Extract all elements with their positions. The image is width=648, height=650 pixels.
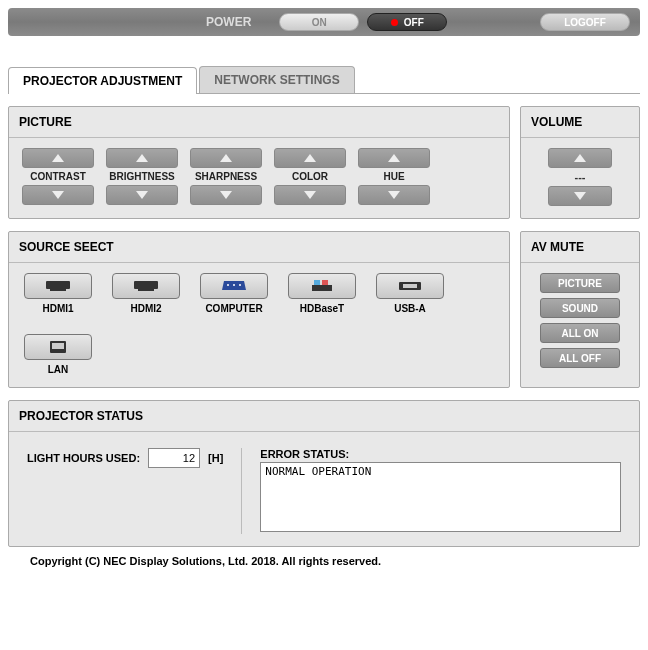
svg-rect-19 xyxy=(312,285,332,291)
svg-point-18 xyxy=(239,284,241,286)
hue-label: HUE xyxy=(383,171,404,182)
source-title: SOURCE SEECT xyxy=(19,240,499,254)
source-lan-label: LAN xyxy=(48,364,69,375)
error-status-text[interactable] xyxy=(260,462,621,532)
source-select-panel: SOURCE SEECT HDMI1 HDMI2 xyxy=(8,231,510,388)
power-off-button[interactable]: OFF xyxy=(367,13,447,31)
sharpness-down-button[interactable] xyxy=(190,185,262,205)
svg-marker-6 xyxy=(304,154,316,162)
contrast-up-button[interactable] xyxy=(22,148,94,168)
source-hdmi1-label: HDMI1 xyxy=(42,303,73,314)
svg-rect-23 xyxy=(403,284,417,288)
source-computer-label: COMPUTER xyxy=(205,303,262,314)
av-mute-title: AV MUTE xyxy=(531,240,629,254)
source-hdmi1-button[interactable] xyxy=(24,273,92,299)
tab-projector-adjustment[interactable]: PROJECTOR ADJUSTMENT xyxy=(8,67,197,94)
light-hours-label: LIGHT HOURS USED: xyxy=(27,452,140,464)
svg-marker-11 xyxy=(574,192,586,200)
source-hdmi2-button[interactable] xyxy=(112,273,180,299)
brightness-label: BRIGHTNESS xyxy=(109,171,175,182)
projector-status-panel: PROJECTOR STATUS LIGHT HOURS USED: [H] E… xyxy=(8,400,640,547)
volume-panel: VOLUME --- xyxy=(520,106,640,219)
hue-up-button[interactable] xyxy=(358,148,430,168)
brightness-up-button[interactable] xyxy=(106,148,178,168)
volume-down-button[interactable] xyxy=(548,186,612,206)
source-hdmi2-label: HDMI2 xyxy=(130,303,161,314)
source-hdbaset-button[interactable] xyxy=(288,273,356,299)
mute-picture-button[interactable]: PICTURE xyxy=(540,273,620,293)
source-computer-button[interactable] xyxy=(200,273,268,299)
av-mute-panel: AV MUTE PICTURE SOUND ALL ON ALL OFF xyxy=(520,231,640,388)
svg-rect-21 xyxy=(322,280,328,285)
top-bar: POWER ON OFF LOGOFF xyxy=(8,8,640,36)
brightness-down-button[interactable] xyxy=(106,185,178,205)
color-up-button[interactable] xyxy=(274,148,346,168)
source-usba-button[interactable] xyxy=(376,273,444,299)
volume-title: VOLUME xyxy=(531,115,629,129)
svg-marker-9 xyxy=(388,191,400,199)
logoff-button[interactable]: LOGOFF xyxy=(540,13,630,31)
lan-icon xyxy=(48,339,68,355)
vga-icon xyxy=(220,280,248,292)
source-lan-button[interactable] xyxy=(24,334,92,360)
mute-all-off-button[interactable]: ALL OFF xyxy=(540,348,620,368)
sharpness-up-button[interactable] xyxy=(190,148,262,168)
svg-marker-10 xyxy=(574,154,586,162)
tab-bar: PROJECTOR ADJUSTMENT NETWORK SETTINGS xyxy=(8,66,640,94)
color-label: COLOR xyxy=(292,171,328,182)
volume-up-button[interactable] xyxy=(548,148,612,168)
svg-marker-7 xyxy=(304,191,316,199)
copyright-text: Copyright (C) NEC Display Solutions, Ltd… xyxy=(30,555,648,567)
svg-rect-15 xyxy=(138,289,154,291)
light-hours-unit: [H] xyxy=(208,452,223,464)
picture-title: PICTURE xyxy=(19,115,499,129)
picture-panel: PICTURE CONTRAST BRIGHTNESS SHARPNESS xyxy=(8,106,510,219)
mute-sound-button[interactable]: SOUND xyxy=(540,298,620,318)
hdmi-icon xyxy=(132,280,160,292)
svg-rect-14 xyxy=(134,281,158,289)
sharpness-label: SHARPNESS xyxy=(195,171,257,182)
color-down-button[interactable] xyxy=(274,185,346,205)
svg-rect-12 xyxy=(46,281,70,289)
mute-all-on-button[interactable]: ALL ON xyxy=(540,323,620,343)
contrast-label: CONTRAST xyxy=(30,171,86,182)
source-usba-label: USB-A xyxy=(394,303,426,314)
status-title: PROJECTOR STATUS xyxy=(19,409,629,423)
svg-point-17 xyxy=(233,284,235,286)
contrast-down-button[interactable] xyxy=(22,185,94,205)
svg-marker-8 xyxy=(388,154,400,162)
usb-icon xyxy=(397,281,423,291)
svg-rect-20 xyxy=(314,280,320,285)
svg-marker-1 xyxy=(52,191,64,199)
power-label: POWER xyxy=(206,15,251,29)
volume-value: --- xyxy=(575,171,586,183)
light-hours-input[interactable] xyxy=(148,448,200,468)
hdmi-icon xyxy=(44,280,72,292)
svg-marker-3 xyxy=(136,191,148,199)
svg-marker-0 xyxy=(52,154,64,162)
svg-rect-25 xyxy=(52,343,64,349)
svg-marker-4 xyxy=(220,154,232,162)
svg-marker-2 xyxy=(136,154,148,162)
source-hdbaset-label: HDBaseT xyxy=(300,303,344,314)
power-indicator-icon xyxy=(391,19,398,26)
svg-point-16 xyxy=(227,284,229,286)
error-status-label: ERROR STATUS: xyxy=(260,448,621,460)
tab-network-settings[interactable]: NETWORK SETTINGS xyxy=(199,66,354,93)
svg-rect-13 xyxy=(50,289,66,291)
power-on-button[interactable]: ON xyxy=(279,13,359,31)
hue-down-button[interactable] xyxy=(358,185,430,205)
svg-marker-5 xyxy=(220,191,232,199)
hdbaset-icon xyxy=(310,279,334,293)
